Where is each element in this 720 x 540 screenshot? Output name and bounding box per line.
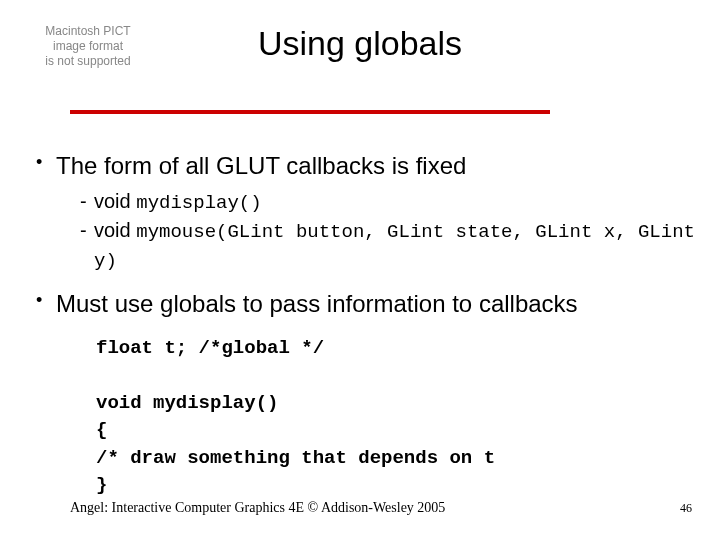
slide: Macintosh PICT image format is not suppo…	[0, 0, 720, 540]
sub-item: - void mydisplay()	[80, 188, 696, 217]
sub-prefix: void	[94, 190, 136, 212]
bullet-item: • Must use globals to pass information t…	[36, 288, 696, 320]
code-block: float t; /*global */ void mydisplay() { …	[96, 335, 696, 500]
bullet-text: Must use globals to pass information to …	[56, 288, 578, 320]
sub-list: - void mydisplay() - void mymouse(GLint …	[80, 188, 696, 274]
sub-item: - void mymouse(GLint button, GLint state…	[80, 217, 696, 274]
sub-code: mydisplay()	[136, 192, 261, 214]
dash-marker: -	[80, 188, 94, 217]
footer-text: Angel: Interactive Computer Graphics 4E …	[70, 500, 445, 516]
page-number: 46	[680, 501, 692, 516]
sub-prefix: void	[94, 219, 136, 241]
bullet-item: • The form of all GLUT callbacks is fixe…	[36, 150, 696, 182]
bullet-marker: •	[36, 150, 56, 174]
sub-code: mymouse(GLint button, GLint state, GLint…	[94, 221, 695, 272]
bullet-marker: •	[36, 288, 56, 312]
slide-title: Using globals	[0, 24, 720, 63]
bullet-text: The form of all GLUT callbacks is fixed	[56, 150, 466, 182]
dash-marker: -	[80, 217, 94, 274]
sub-item-body: void mymouse(GLint button, GLint state, …	[94, 217, 696, 274]
slide-content: • The form of all GLUT callbacks is fixe…	[36, 150, 696, 500]
sub-item-body: void mydisplay()	[94, 188, 262, 217]
title-underline	[70, 110, 550, 114]
